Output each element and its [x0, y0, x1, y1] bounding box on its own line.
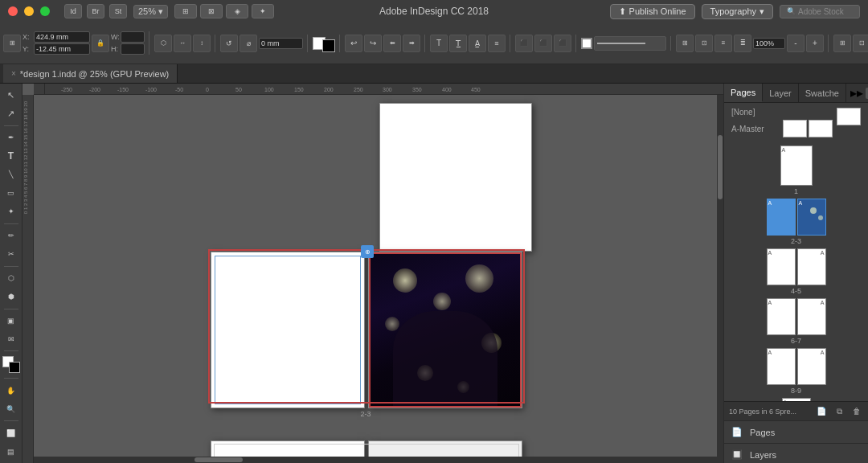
maximize-button[interactable]	[40, 6, 50, 16]
pen-tool[interactable]: ✒	[2, 129, 20, 146]
frame-tool[interactable]: ⬡	[2, 270, 20, 287]
align-center-btn[interactable]: ⬛	[534, 35, 552, 52]
text-tool[interactable]: T	[2, 148, 20, 165]
thumb-page-6[interactable]: A	[767, 298, 796, 335]
redo-btn[interactable]: ↪	[364, 35, 382, 52]
master-row[interactable]: A-Master	[727, 118, 837, 139]
y-field[interactable]: -12.45 mm	[34, 43, 90, 55]
gradient-tool[interactable]: ▣	[2, 312, 20, 329]
scrollbar-vertical[interactable]	[717, 95, 723, 457]
scrollbar-v-thumb[interactable]	[718, 135, 723, 199]
text-btn-4[interactable]: ≡	[488, 35, 506, 52]
zoom-field[interactable]: 100%	[753, 38, 785, 49]
page-3[interactable]	[368, 252, 522, 408]
thumb-page-1[interactable]: A	[780, 145, 813, 186]
view-btn-1[interactable]: ⊞	[676, 35, 694, 52]
thumb-page-8[interactable]: A	[767, 348, 796, 385]
shear-btn[interactable]: ⌀	[240, 35, 257, 52]
thumb-page-5[interactable]: A	[797, 248, 826, 285]
stroke-select[interactable]	[594, 36, 666, 51]
document-tab[interactable]: × *design 1.indd @ 25% (GPU Preview)	[3, 64, 178, 83]
scrollbar-horizontal[interactable]	[34, 457, 723, 463]
br-icon[interactable]: Br	[87, 4, 104, 18]
hand-tool[interactable]: ✋	[2, 382, 20, 399]
align-right-btn[interactable]: ⬛	[554, 35, 571, 52]
lock-proportions-btn[interactable]: 🔒	[92, 35, 109, 52]
pages-panel-content[interactable]: [None] A-Master	[724, 103, 868, 401]
zoom-control[interactable]: 25% ▾	[133, 5, 168, 18]
align-left-btn[interactable]: ⬛	[515, 35, 533, 52]
st-icon[interactable]: St	[109, 4, 127, 18]
bottom-tool-1[interactable]: ⬜	[2, 424, 20, 441]
canvas-background[interactable]: 1	[34, 95, 723, 463]
transform-origin-btn[interactable]: ⊞	[3, 35, 21, 52]
view-btn-4[interactable]: ≣	[734, 35, 751, 52]
thumb-page-9[interactable]: A	[797, 348, 826, 385]
thumb-page-3[interactable]: A	[797, 199, 826, 236]
rotate-btn[interactable]: ↺	[220, 35, 238, 52]
panel-more-btn[interactable]: ▸▸ ☰	[846, 84, 868, 102]
angle-field[interactable]: 0 mm	[259, 38, 303, 49]
step-fwd-btn[interactable]: ➡	[403, 35, 420, 52]
id-icon[interactable]: Id	[64, 4, 82, 18]
view-btn-2[interactable]: ⊡	[695, 35, 713, 52]
zoom-tool[interactable]: 🔍	[2, 400, 20, 417]
new-page-btn[interactable]: 📄	[815, 405, 828, 418]
polygon-tool[interactable]: ⬢	[2, 289, 20, 305]
adobe-stock-search[interactable]: 🔍 Adobe Stock	[780, 5, 860, 18]
scissors-tool[interactable]: ✂	[2, 246, 20, 263]
eyedropper-tool[interactable]: ✏	[2, 227, 20, 244]
prop-layers[interactable]: 🔲 Layers	[724, 444, 868, 463]
stroke-color[interactable]	[322, 39, 335, 52]
line-tool[interactable]: ╲	[2, 166, 20, 183]
panel-tab-layers[interactable]: Layer	[763, 84, 799, 102]
size-btn-1[interactable]: ⊞	[833, 35, 851, 52]
text-btn-1[interactable]: T	[430, 35, 448, 52]
minimize-button[interactable]	[24, 6, 34, 16]
prop-pages[interactable]: 📄 Pages	[724, 421, 868, 444]
zoom-decrease[interactable]: -	[787, 35, 805, 52]
x-field[interactable]: 424.9 mm	[34, 31, 90, 43]
flip-v-btn[interactable]: ↕	[193, 35, 211, 52]
thumb-page-10[interactable]: A	[782, 398, 811, 401]
undo-btn[interactable]: ↩	[345, 35, 362, 52]
thumb-page-4[interactable]: A	[767, 248, 796, 285]
tab-close-icon[interactable]: ×	[11, 69, 16, 78]
constrain-btn[interactable]: ⬡	[154, 35, 172, 52]
publish-online-button[interactable]: ⬆ Publish Online	[610, 4, 695, 19]
text-btn-3[interactable]: A̲	[469, 35, 486, 52]
bottom-tool-2[interactable]: ▤	[2, 443, 20, 460]
thumb-page-7[interactable]: A	[797, 298, 826, 335]
view-btn-3[interactable]: ≡	[714, 35, 732, 52]
panel-tab-pages[interactable]: Pages	[724, 84, 763, 102]
step-back-btn[interactable]: ⬅	[383, 35, 401, 52]
size-btn-2[interactable]: ⊡	[853, 35, 868, 52]
mode-btn-1[interactable]: ⊞	[174, 4, 197, 18]
page-1[interactable]	[379, 103, 532, 252]
note-tool[interactable]: ✉	[2, 330, 20, 347]
none-row[interactable]: [None]	[727, 106, 865, 118]
h-field[interactable]	[121, 43, 145, 55]
text-btn-2[interactable]: T̲	[449, 35, 467, 52]
page-2[interactable]	[211, 252, 365, 408]
flip-h-btn[interactable]: ↔	[174, 35, 191, 52]
zoom-increase[interactable]: +	[806, 35, 824, 52]
rectangle-tool[interactable]: ▭	[2, 185, 20, 202]
close-button[interactable]	[8, 6, 18, 16]
mode-btn-2[interactable]: ⊠	[200, 4, 223, 18]
typography-button[interactable]: Typography ▾	[702, 4, 773, 19]
fill-stroke-indicator[interactable]	[2, 356, 20, 373]
stroke-swatch[interactable]	[581, 38, 592, 49]
free-transform-tool[interactable]: ✦	[2, 203, 20, 220]
mode-btn-4[interactable]: ✦	[252, 4, 274, 18]
selection-tool[interactable]: ↖	[2, 87, 20, 104]
thumb-page-2[interactable]: A	[767, 199, 796, 236]
mode-btn-3[interactable]: ◈	[226, 4, 248, 18]
scrollbar-h-thumb[interactable]	[194, 457, 243, 462]
direct-select-tool[interactable]: ↗	[2, 105, 20, 122]
duplicate-spread-btn[interactable]: ⧉	[833, 405, 845, 418]
w-field[interactable]	[121, 31, 145, 43]
canvas-area[interactable]: -250 -200 -150 -100 -50 0 50 100 150 200…	[23, 84, 723, 463]
delete-page-btn[interactable]: 🗑	[850, 405, 863, 418]
panel-tab-swatches[interactable]: Swatche	[799, 84, 846, 102]
